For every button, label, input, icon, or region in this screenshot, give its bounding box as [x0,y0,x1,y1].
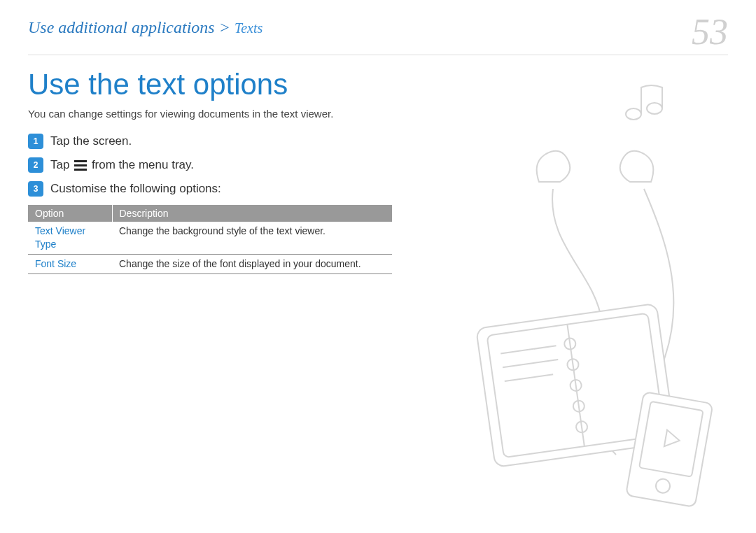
intro-text: You can change settings for viewing docu… [28,107,392,121]
table-row: Text Viewer Type Change the background s… [28,222,392,254]
step-badge: 3 [28,181,43,197]
step-item: 1 Tap the screen. [28,134,392,149]
step-text: Tap from the menu tray. [50,158,194,172]
table-row: Font Size Change the size of the font di… [28,255,392,274]
step-item: 2 Tap from the menu tray. [28,157,392,173]
decorative-illustration [434,63,742,511]
step-text-before: Tap [50,158,73,171]
svg-point-1 [647,103,662,114]
step-text: Customise the following options: [50,182,221,196]
option-cell: Font Size [28,255,112,274]
step-badge: 1 [28,134,43,149]
menu-icon [74,160,87,171]
page-title: Use the text options [28,68,392,101]
step-text-after: from the menu tray. [92,158,194,171]
breadcrumb-sub: Texts [234,20,262,36]
options-table: Option Description Text Viewer Type Chan… [28,205,392,274]
header-divider [28,55,728,55]
page-number: 53 [692,14,728,50]
description-cell: Change the background style of the text … [112,222,392,254]
option-cell: Text Viewer Type [28,222,112,254]
step-text: Tap the screen. [50,134,132,148]
table-header-description: Description [112,205,392,222]
breadcrumb-sep: > [215,18,234,36]
breadcrumb: Use additional applications > Texts [28,18,262,37]
music-note-icon [626,85,662,120]
svg-point-0 [626,108,641,120]
table-header-option: Option [28,205,112,222]
steps-list: 1 Tap the screen. 2 Tap from the menu tr… [28,134,392,197]
step-item: 3 Customise the following options: [28,181,392,197]
breadcrumb-main: Use additional applications [28,18,215,36]
step-badge: 2 [28,157,43,173]
description-cell: Change the size of the font displayed in… [112,255,392,274]
svg-rect-14 [639,401,704,477]
